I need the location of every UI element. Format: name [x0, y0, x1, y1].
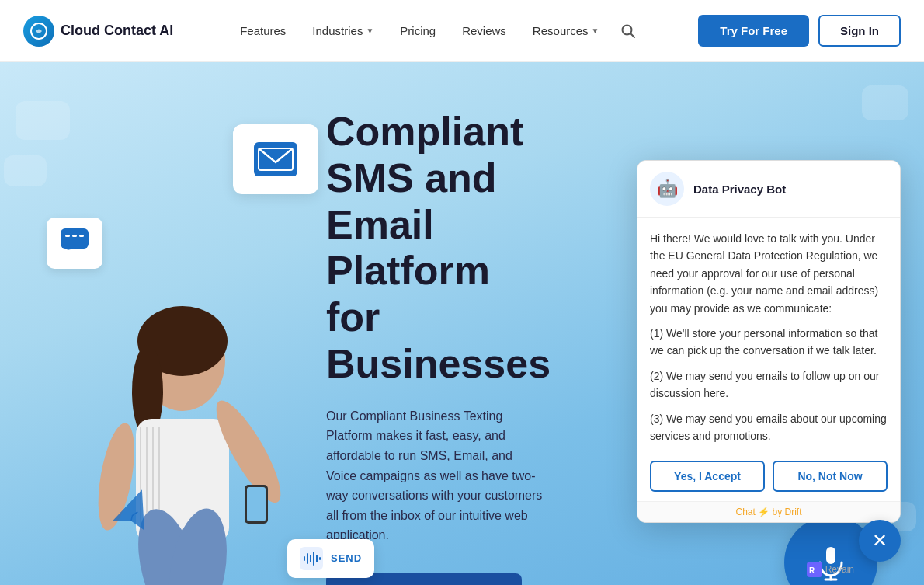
chat-body[interactable]: Hi there! We would love to talk with you…	[637, 218, 900, 451]
header-actions: Try For Free Sign In	[698, 15, 901, 47]
bot-avatar: 🤖	[650, 172, 684, 206]
chat-message: Hi there! We would love to talk with you…	[650, 230, 888, 317]
search-button[interactable]	[614, 17, 642, 45]
revain-badge: R Revain	[807, 562, 854, 577]
nav-pricing[interactable]: Pricing	[389, 18, 446, 44]
chat-powered-by: Chat ⚡ by Drift	[637, 501, 900, 522]
hero-title: Compliant SMS and Email Platform for Bus…	[326, 109, 544, 388]
header: Cloud Contact AI Features Industries ▼ P…	[0, 0, 924, 62]
svg-rect-11	[79, 235, 84, 237]
chat-widget: 🤖 Data Privacy Bot Hi there! We would lo…	[637, 160, 901, 523]
svg-rect-10	[72, 235, 77, 237]
svg-rect-29	[310, 555, 311, 562]
decline-button[interactable]: No, Not Now	[773, 461, 888, 492]
main-nav: Features Industries ▼ Pricing Reviews Re…	[229, 17, 642, 45]
svg-rect-30	[313, 552, 314, 566]
chat-point-2: (2) We may send you emails to follow up …	[650, 367, 888, 402]
logo[interactable]: Cloud Contact AI	[23, 16, 173, 47]
nav-reviews[interactable]: Reviews	[451, 18, 517, 44]
sign-in-button[interactable]: Sign In	[818, 15, 901, 47]
email-float-icon	[233, 124, 318, 194]
try-free-button[interactable]: Try For Free	[698, 15, 809, 47]
chat-header: 🤖 Data Privacy Bot	[637, 161, 900, 218]
bg-bubble-3	[862, 85, 908, 120]
svg-rect-28	[307, 553, 308, 564]
logo-icon	[23, 16, 54, 47]
industries-chevron-icon: ▼	[366, 26, 373, 35]
svg-rect-3	[254, 142, 297, 176]
svg-rect-31	[316, 555, 318, 562]
svg-line-2	[630, 33, 634, 37]
svg-rect-32	[319, 557, 321, 560]
resources-chevron-icon: ▼	[592, 26, 599, 35]
bot-name: Data Privacy Bot	[693, 183, 786, 196]
accept-button[interactable]: Yes, I Accept	[650, 461, 765, 492]
chat-point-3: (3) We may send you emails about our upc…	[650, 410, 888, 445]
nav-features[interactable]: Features	[229, 18, 297, 44]
lightning-icon: ⚡	[758, 507, 769, 517]
svg-rect-8	[61, 228, 89, 249]
chat-footer: Yes, I Accept No, Not Now	[637, 451, 900, 501]
svg-rect-27	[304, 556, 305, 561]
svg-rect-9	[65, 235, 70, 237]
chat-close-button[interactable]: ✕	[859, 520, 901, 562]
svg-text:R: R	[809, 566, 815, 575]
nav-industries[interactable]: Industries ▼	[301, 18, 384, 44]
logo-text: Cloud Contact AI	[61, 23, 173, 39]
send-button-float: SEND	[287, 539, 374, 578]
chat-point-1: (1) We'll store your personal informatio…	[650, 325, 888, 360]
chat-float-icon	[47, 218, 102, 269]
nav-resources[interactable]: Resources ▼	[522, 18, 610, 44]
hero-description: Our Compliant Business Texting Platform …	[326, 406, 544, 545]
